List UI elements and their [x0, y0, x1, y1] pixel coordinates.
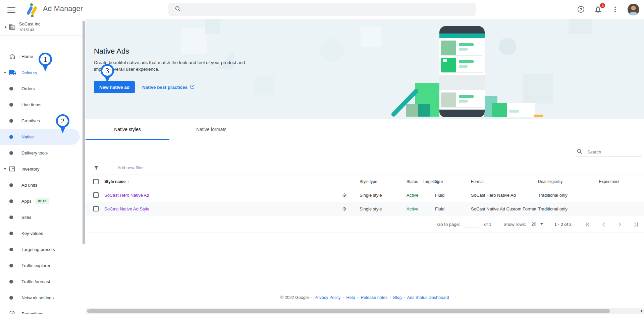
sidebar-item-label: Traffic explorer [21, 263, 50, 268]
format-cell: SoCast Hero Native Ad [471, 188, 516, 202]
sidebar-item-label: Traffic forecast [21, 279, 50, 284]
column-header-format[interactable]: Format [471, 175, 484, 188]
page-description: Create beautiful native ads that match t… [94, 59, 250, 73]
decor-square [523, 74, 553, 104]
notification-count-badge: 4 [599, 2, 606, 9]
bullet-icon [9, 183, 13, 187]
link-label: Native best practices [142, 85, 187, 90]
sidebar-item-ad-units[interactable]: Ad units [0, 177, 86, 193]
sidebar-item-delivery-tools[interactable]: Delivery tools [0, 145, 86, 161]
decor-circle [499, 38, 516, 55]
sidebar-item-label: Native [21, 134, 34, 139]
svg-text:2: 2 [61, 117, 65, 125]
svg-text:1: 1 [44, 55, 47, 63]
column-header-style-type[interactable]: Style type [360, 175, 377, 188]
footer-link-privacy-policy[interactable]: Privacy Policy [315, 295, 341, 300]
chevron-down-icon[interactable] [4, 72, 6, 73]
footer-link-blog[interactable]: Blog [393, 295, 401, 300]
decor-square [361, 27, 381, 47]
column-header-experiment[interactable]: Experiment [599, 175, 620, 188]
sidebar-item-key-values[interactable]: Key-values [0, 225, 86, 241]
notifications-bell-icon[interactable]: 4 [593, 5, 603, 14]
rows-per-page-select[interactable]: 20 [529, 221, 544, 228]
sidebar-item-inventory[interactable]: Inventory [0, 161, 86, 177]
style-name-link[interactable]: SoCast Native Ad Style [104, 202, 149, 216]
row-checkbox[interactable] [93, 206, 99, 211]
targeting-icon[interactable] [341, 206, 347, 213]
footer-link-help[interactable]: Help [346, 295, 355, 300]
sidebar-item-protections[interactable]: Protections [0, 306, 86, 314]
previous-page-icon[interactable] [600, 221, 607, 228]
footer-link-ads-status-dashboard[interactable]: Ads Status Dashboard [407, 295, 449, 300]
column-header-status[interactable]: Status [407, 175, 418, 188]
footer-separator: - [404, 295, 405, 300]
phone-app-bar [439, 34, 485, 38]
bullet-icon [9, 232, 13, 235]
sidebar-item-label: Line items [21, 102, 41, 107]
first-page-icon[interactable] [584, 221, 591, 228]
account-id: 1018143 [19, 27, 41, 32]
next-page-icon[interactable] [616, 221, 623, 228]
horizontal-scrollbar-thumb[interactable] [88, 309, 610, 313]
sort-ascending-icon[interactable]: ↑ [127, 179, 130, 184]
last-page-icon[interactable] [633, 221, 639, 228]
size-cell: Fluid [435, 202, 444, 216]
table-search-input[interactable] [587, 149, 637, 155]
account-info: SoCast Inc 1018143 [19, 21, 41, 33]
global-search-input[interactable] [186, 3, 476, 16]
sidebar-item-label: Creatives [21, 118, 40, 123]
tab-native-formats[interactable]: Native formats [169, 119, 253, 140]
sidebar-item-orders[interactable]: Orders [0, 80, 86, 97]
tutorial-marker-3: 3 [99, 64, 115, 84]
scroll-right-arrow-icon[interactable] [641, 310, 643, 312]
horizontal-scrollbar[interactable] [86, 308, 644, 314]
menu-icon[interactable] [7, 6, 16, 13]
size-cell: Fluid [435, 188, 444, 202]
sidebar-item-traffic-forecast[interactable]: Traffic forecast [0, 273, 86, 290]
footer-link-release-notes[interactable]: Release notes [361, 295, 387, 300]
go-to-page-input[interactable] [464, 221, 479, 228]
help-icon[interactable]: ? [576, 5, 586, 14]
select-all-checkbox[interactable] [93, 179, 99, 184]
beta-badge: BETA [36, 198, 49, 204]
pagination-arrows [584, 221, 639, 228]
user-avatar[interactable] [628, 4, 639, 15]
sidebar-item-sites[interactable]: Sites [0, 209, 86, 225]
tab-native-styles[interactable]: Native styles [86, 119, 169, 140]
sidebar-item-label: Delivery tools [21, 150, 48, 155]
sidebar-item-targeting-presets[interactable]: Targeting presets [0, 241, 86, 257]
column-header-deal-eligibility[interactable]: Deal eligibility [538, 175, 562, 188]
deal-eligibility-cell: Traditional only [538, 202, 568, 216]
table-header: Style name↑ Targeting Style type Status … [86, 175, 644, 188]
sidebar-scrollbar[interactable] [83, 21, 85, 244]
chevron-down-icon[interactable] [4, 168, 6, 170]
global-search-bar[interactable] [168, 3, 476, 16]
sidebar-item-apps[interactable]: Apps BETA [0, 193, 86, 209]
status-cell: Active [407, 188, 418, 202]
column-header-style-name[interactable]: Style name↑ [104, 175, 130, 188]
page-title: Native Ads [94, 47, 255, 56]
bullet-icon [9, 296, 13, 300]
row-checkbox[interactable] [93, 192, 99, 198]
style-name-link[interactable]: SoCast Hero Native Ad [104, 188, 149, 202]
account-selector[interactable]: SoCast Inc 1018143 [0, 19, 86, 36]
more-options-kebab-icon[interactable] [610, 5, 620, 14]
footer-separator: - [311, 295, 312, 300]
sidebar-item-label: Inventory [21, 167, 39, 172]
banner-actions: New native ad Native best practices [94, 81, 255, 93]
table-row: SoCast Native Ad Style Single style Acti… [86, 202, 644, 216]
table-row: SoCast Hero Native Ad Single style Activ… [86, 188, 644, 202]
table-search[interactable] [576, 147, 642, 157]
sidebar-item-line-items[interactable]: Line items [0, 97, 86, 113]
bullet-icon [9, 119, 13, 123]
column-header-size[interactable]: Size [435, 175, 443, 188]
filter-bar[interactable]: Add new filter [86, 161, 644, 175]
rows-per-page-value: 20 [531, 222, 536, 227]
bullet-icon [9, 199, 13, 203]
sidebar-item-creatives[interactable]: Creatives [0, 113, 86, 129]
sidebar-item-network-settings[interactable]: Network settings [0, 290, 86, 306]
sidebar-item-traffic-explorer[interactable]: Traffic explorer [0, 257, 86, 273]
bullet-icon [9, 248, 13, 251]
native-best-practices-link[interactable]: Native best practices [142, 84, 195, 90]
targeting-icon[interactable] [341, 192, 347, 199]
